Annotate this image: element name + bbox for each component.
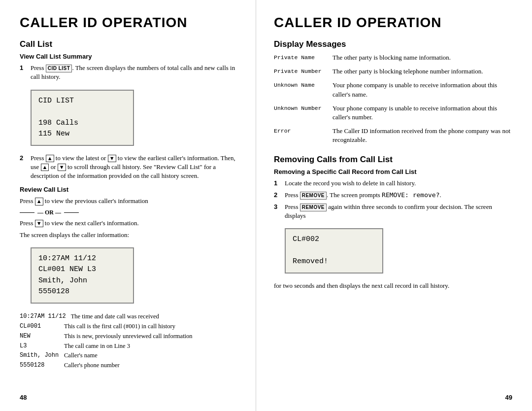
lcd-line4: 115 New (38, 129, 126, 140)
review-text2: Press ▼ to view the next caller's inform… (20, 219, 238, 228)
up-arrow-icon: ▲ (46, 155, 54, 162)
view-call-list-steps: 1 Press CID LIST. The screen displays th… (20, 64, 238, 81)
lcd-call-info: 10:27AM 11/12 CL#001 NEW L3 Smith, John … (31, 247, 134, 304)
display-messages-title: Display Messages (274, 39, 512, 49)
lcd-call-line1: 10:27AM 11/12 (38, 253, 126, 265)
lcd-call-line4: 5550128 (38, 286, 126, 298)
call-list-title: Call List (20, 39, 238, 49)
or-text: — OR — (37, 209, 61, 216)
removing-steps: 1 Locate the record you wish to delete i… (274, 179, 512, 221)
msg-row-3: Unknown Number Your phone company is una… (274, 104, 512, 122)
remove-step-1: 1 Locate the record you wish to delete i… (274, 179, 512, 188)
review-text3: The screen displays the caller informati… (20, 231, 238, 240)
legend-table: 10:27AM 11/12 The time and date call was… (20, 312, 238, 370)
remove-step-3: 3 Press REMOVE again within three second… (274, 203, 512, 220)
lcd-removed: CL#002 Removed! (285, 228, 383, 274)
up-arrow3-icon: ▲ (35, 198, 43, 205)
removing-section-title: Removing Calls from Call List (274, 155, 512, 165)
remove-button-1: REMOVE (300, 192, 327, 200)
cid-list-button: CID LIST (46, 65, 72, 72)
msg-row-0: Private Name The other party is blocking… (274, 53, 512, 62)
step-2: 2 Press ▲ to view the latest or ▼ to vie… (20, 154, 238, 181)
removing-section: Removing Calls from Call List Removing a… (274, 155, 512, 291)
lcd-call-line2: CL#001 NEW L3 (38, 264, 126, 275)
removing-footer-text: for two seconds and then displays the ne… (274, 281, 512, 290)
removing-subsection-title: Removing a Specific Call Record from Cal… (274, 168, 512, 176)
left-page: CALLER ID OPERATION Call List View Call … (0, 0, 256, 411)
lcd-removed-line1: CL#002 (293, 234, 375, 245)
messages-table: Private Name The other party is blocking… (274, 53, 512, 145)
view-call-list-subsection: View Call List Summary 1 Press CID LIST.… (20, 52, 238, 180)
right-page: CALLER ID OPERATION Display Messages Pri… (256, 0, 532, 411)
or-line-left (20, 212, 34, 213)
remove-step-1-text: Locate the record you wish to delete in … (285, 179, 416, 188)
lcd-line2 (38, 106, 126, 118)
review-call-list-subtitle: Review Call List (20, 185, 238, 194)
lcd-call-line3: Smith, John (38, 275, 126, 287)
down-arrow3-icon: ▼ (35, 220, 43, 227)
left-page-number: 48 (20, 394, 27, 401)
right-page-header: CALLER ID OPERATION (274, 15, 512, 31)
call-list-section: Call List View Call List Summary 1 Press… (20, 39, 238, 370)
lcd-removed-line2 (293, 245, 375, 257)
msg-row-4: Error The Caller ID information received… (274, 127, 512, 144)
step-1: 1 Press CID LIST. The screen displays th… (20, 64, 238, 81)
view-call-list-subtitle: View Call List Summary (20, 52, 238, 61)
lcd-removed-line3: Removed! (293, 256, 375, 268)
legend-row-5: 5550128 Caller's phone number (20, 361, 238, 370)
display-messages-section: Display Messages Private Name The other … (274, 39, 512, 145)
review-call-list-subsection: Review Call List Press ▲ to view the pre… (20, 185, 238, 370)
legend-row-1: CL#001 This call is the first call (#001… (20, 322, 238, 331)
view-call-list-steps-2: 2 Press ▲ to view the latest or ▼ to vie… (20, 154, 238, 181)
down-arrow2-icon: ▼ (58, 164, 66, 171)
legend-row-2: NEW This is new, previously unreviewed c… (20, 332, 238, 341)
lcd-line1: CID LIST (38, 96, 126, 107)
left-page-header: CALLER ID OPERATION (20, 15, 238, 31)
remove-button-2: REMOVE (300, 204, 327, 211)
lcd-line3: 198 Calls (38, 118, 126, 129)
or-divider: — OR — (20, 209, 238, 216)
review-text1: Press ▲ to view the previous caller's in… (20, 197, 238, 206)
msg-row-1: Private Number The other party is blocki… (274, 67, 512, 76)
legend-row-4: Smith, John Caller's name (20, 351, 238, 360)
or-line-right (64, 212, 79, 213)
legend-row-3: L3 The call came in on Line 3 (20, 342, 238, 350)
up-arrow2-icon: ▲ (41, 164, 49, 171)
legend-row-0: 10:27AM 11/12 The time and date call was… (20, 312, 238, 321)
remove-step-2: 2 Press REMOVE. The screen prompts REMOV… (274, 191, 512, 200)
right-page-number: 49 (505, 394, 512, 401)
down-arrow-icon: ▼ (108, 155, 116, 162)
lcd-cid-list: CID LIST 198 Calls 115 New (31, 90, 134, 146)
msg-row-2: Unknown Name Your phone company is unabl… (274, 81, 512, 99)
